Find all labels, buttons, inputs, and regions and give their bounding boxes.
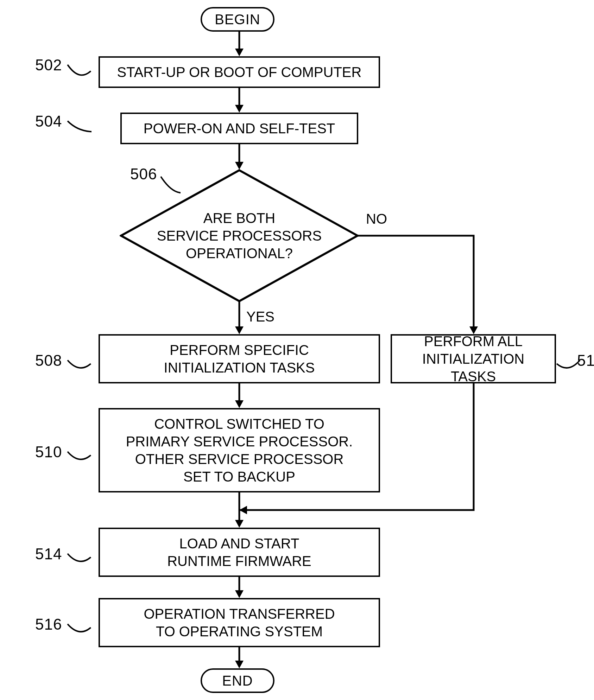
ref-tick-502 bbox=[67, 64, 91, 82]
arrow-514-516 bbox=[233, 577, 246, 599]
edge-label-no: NO bbox=[366, 211, 387, 227]
decision-506-l3: OPERATIONAL? bbox=[157, 244, 322, 262]
terminator-end: END bbox=[201, 668, 274, 693]
arrow-512-merge bbox=[239, 383, 481, 514]
svg-marker-9 bbox=[469, 326, 478, 334]
terminator-begin-label: BEGIN bbox=[215, 12, 260, 27]
decision-506: ARE BOTH SERVICE PROCESSORS OPERATIONAL? bbox=[120, 169, 359, 303]
ref-tick-508 bbox=[67, 356, 91, 374]
ref-506: 506 bbox=[130, 165, 157, 183]
process-502: START-UP OR BOOT OF COMPUTER bbox=[99, 56, 380, 88]
svg-marker-18 bbox=[235, 661, 244, 668]
arrow-506-512 bbox=[358, 229, 480, 335]
ref-516: 516 bbox=[35, 616, 62, 633]
process-512-l1: PERFORM ALL bbox=[399, 332, 548, 350]
ref-504: 504 bbox=[35, 113, 62, 130]
ref-tick-514 bbox=[67, 549, 91, 567]
svg-marker-2 bbox=[235, 49, 244, 56]
arrow-504-506 bbox=[233, 144, 246, 170]
process-516-l2: TO OPERATING SYSTEM bbox=[144, 623, 335, 640]
process-514-l1: LOAD AND START bbox=[167, 535, 311, 552]
ref-514: 514 bbox=[35, 545, 62, 563]
arrow-506-508 bbox=[233, 301, 246, 335]
svg-marker-13 bbox=[235, 520, 244, 528]
edge-label-yes: YES bbox=[246, 309, 274, 325]
process-502-text: START-UP OR BOOT OF COMPUTER bbox=[117, 63, 362, 81]
process-512-l2: INITIALIZATION TASKS bbox=[399, 350, 548, 385]
arrow-516-end bbox=[233, 647, 246, 669]
arrow-begin-502 bbox=[233, 32, 246, 57]
ref-502: 502 bbox=[35, 56, 62, 74]
decision-506-l2: SERVICE PROCESSORS bbox=[157, 227, 322, 244]
process-508: PERFORM SPECIFIC INITIALIZATION TASKS bbox=[99, 334, 380, 383]
ref-tick-512 bbox=[556, 356, 581, 374]
ref-tick-516 bbox=[67, 620, 91, 637]
process-504: POWER-ON AND SELF-TEST bbox=[120, 113, 358, 144]
process-504-text: POWER-ON AND SELF-TEST bbox=[144, 120, 335, 137]
ref-tick-504 bbox=[67, 120, 91, 138]
process-514: LOAD AND START RUNTIME FIRMWARE bbox=[99, 528, 380, 577]
process-514-l2: RUNTIME FIRMWARE bbox=[167, 552, 311, 570]
svg-marker-6 bbox=[235, 162, 244, 170]
terminator-begin: BEGIN bbox=[201, 7, 274, 32]
ref-510: 510 bbox=[35, 443, 62, 461]
decision-506-text: ARE BOTH SERVICE PROCESSORS OPERATIONAL? bbox=[157, 209, 322, 262]
ref-tick-510 bbox=[67, 447, 91, 465]
ref-tick-506 bbox=[160, 176, 185, 193]
svg-marker-4 bbox=[235, 105, 244, 113]
process-516-l1: OPERATION TRANSFERRED bbox=[144, 605, 335, 623]
svg-marker-16 bbox=[235, 590, 244, 598]
svg-marker-8 bbox=[235, 326, 244, 334]
process-508-l1: PERFORM SPECIFIC bbox=[164, 341, 315, 359]
process-512: PERFORM ALL INITIALIZATION TASKS bbox=[391, 334, 556, 383]
decision-506-l1: ARE BOTH bbox=[157, 209, 322, 227]
process-508-l2: INITIALIZATION TASKS bbox=[164, 359, 315, 376]
terminator-end-label: END bbox=[222, 673, 253, 689]
process-516: OPERATION TRANSFERRED TO OPERATING SYSTE… bbox=[99, 598, 380, 647]
svg-marker-14 bbox=[239, 506, 247, 514]
arrow-502-504 bbox=[233, 88, 246, 113]
ref-508: 508 bbox=[35, 352, 62, 369]
